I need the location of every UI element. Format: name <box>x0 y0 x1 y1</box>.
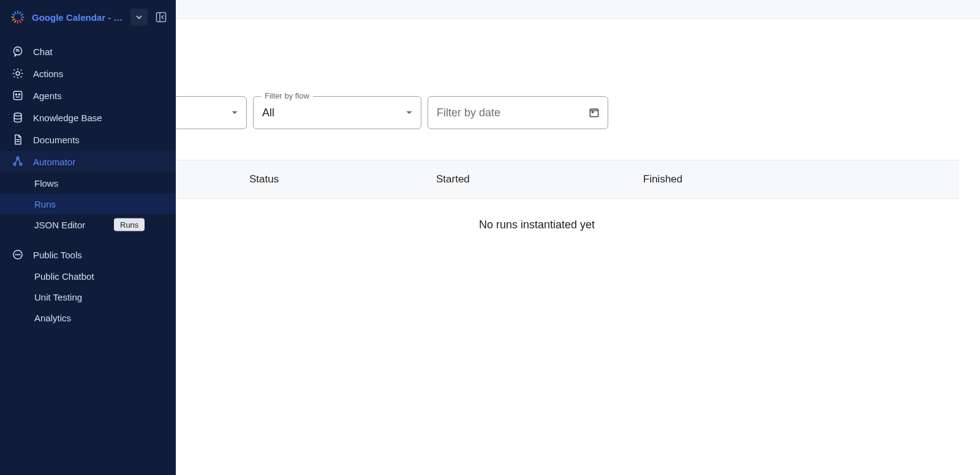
nav-json-editor[interactable]: JSON Editor Runs <box>0 214 176 235</box>
nav-unit-testing[interactable]: Unit Testing <box>0 286 176 307</box>
gear-icon <box>11 67 24 80</box>
agents-icon <box>11 89 24 102</box>
nav-flows[interactable]: Flows <box>0 173 176 193</box>
nav-actions-label: Actions <box>33 69 63 79</box>
nav-unit-label: Unit Testing <box>34 292 82 302</box>
collapse-sidebar-button[interactable] <box>153 9 170 26</box>
svg-line-7 <box>15 20 16 23</box>
database-icon <box>11 111 24 124</box>
svg-rect-16 <box>13 91 21 99</box>
filter-by-flow-select[interactable]: Filter by flow All <box>253 96 421 129</box>
project-title[interactable]: Google Calendar - S… <box>32 12 126 23</box>
nav-chat-label: Chat <box>33 47 53 57</box>
svg-line-8 <box>12 19 15 20</box>
nav-flows-label: Flows <box>34 178 58 189</box>
svg-point-20 <box>17 157 19 159</box>
nav-knowledge-base[interactable]: Knowledge Base <box>0 107 176 129</box>
column-started: Started <box>436 173 643 185</box>
nav-documents-label: Documents <box>33 135 80 145</box>
runs-table: Status Started Finished No runs instanti… <box>115 160 959 231</box>
main-area: Filter by flow All Filter by date Status… <box>176 0 980 475</box>
table-header: Status Started Finished <box>115 160 959 199</box>
nav-json-label: JSON Editor <box>34 220 85 230</box>
nav-automator[interactable]: Automator <box>0 151 176 173</box>
svg-point-21 <box>13 163 16 165</box>
nav-chat[interactable]: Chat <box>0 40 176 62</box>
filter-flow-label: Filter by flow <box>261 91 313 100</box>
svg-line-10 <box>12 14 15 15</box>
column-status: Status <box>249 173 436 185</box>
svg-point-18 <box>18 94 20 95</box>
nav-agents-label: Agents <box>33 91 62 101</box>
svg-point-22 <box>20 163 22 165</box>
svg-line-5 <box>20 20 21 23</box>
sidebar-nav: Chat Actions Agents Knowledge Base Docum <box>0 34 176 328</box>
svg-line-1 <box>20 12 21 14</box>
column-finished: Finished <box>643 173 827 185</box>
caret-down-icon <box>135 13 143 21</box>
panel-collapse-icon <box>155 11 167 23</box>
nav-public-tools-label: Public Tools <box>33 250 82 260</box>
project-dropdown-button[interactable] <box>130 9 148 26</box>
app-logo <box>9 8 27 26</box>
content-area: Filter by flow All Filter by date Status… <box>176 19 980 475</box>
nav-documents[interactable]: Documents <box>0 129 176 151</box>
nav-actions[interactable]: Actions <box>0 62 176 84</box>
sidebar: Google Calendar - S… Chat Actions <box>0 0 176 475</box>
svg-point-17 <box>15 94 17 95</box>
filter-date-placeholder: Filter by date <box>437 107 500 119</box>
nav-public-tools[interactable]: Public Tools <box>0 244 176 266</box>
nav-analytics[interactable]: Analytics <box>0 307 176 328</box>
svg-line-4 <box>21 19 23 20</box>
chat-icon <box>11 45 24 58</box>
svg-line-2 <box>21 14 23 15</box>
chevron-down-icon <box>405 108 413 117</box>
nav-analytics-label: Analytics <box>34 313 71 323</box>
top-bar <box>176 0 980 19</box>
svg-rect-28 <box>592 111 594 113</box>
nav-automator-label: Automator <box>33 157 75 167</box>
nav-runs-label: Runs <box>34 199 56 209</box>
svg-point-25 <box>18 255 18 255</box>
document-icon <box>11 133 24 146</box>
sidebar-header: Google Calendar - S… <box>0 0 176 34</box>
svg-point-24 <box>16 255 17 255</box>
nav-chatbot-label: Public Chatbot <box>34 271 94 282</box>
nav-runs[interactable]: Runs <box>0 193 176 214</box>
svg-point-19 <box>14 113 21 116</box>
chevron-down-icon <box>230 108 239 117</box>
filter-flow-value: All <box>262 107 274 119</box>
nav-agents[interactable]: Agents <box>0 84 176 107</box>
svg-line-11 <box>15 12 16 14</box>
automator-icon <box>11 155 24 168</box>
tooltip-runs: Runs <box>114 219 145 231</box>
nav-knowledge-label: Knowledge Base <box>33 113 102 123</box>
filter-by-date-input[interactable]: Filter by date <box>428 96 608 129</box>
empty-state-message: No runs instantiated yet <box>115 199 959 231</box>
public-tools-icon <box>11 248 24 261</box>
svg-point-26 <box>19 255 20 255</box>
nav-public-chatbot[interactable]: Public Chatbot <box>0 266 176 286</box>
calendar-icon <box>588 107 600 119</box>
filter-row: Filter by flow All Filter by date <box>115 96 608 129</box>
svg-point-15 <box>16 72 20 75</box>
